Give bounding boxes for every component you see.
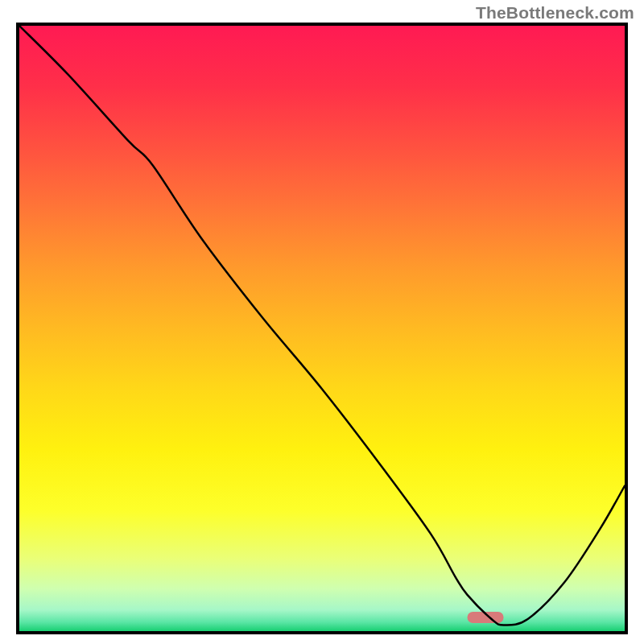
chart-frame xyxy=(16,23,628,634)
watermark-text: TheBottleneck.com xyxy=(476,3,634,23)
chart-background-gradient xyxy=(19,26,625,631)
chart-canvas xyxy=(19,26,625,631)
